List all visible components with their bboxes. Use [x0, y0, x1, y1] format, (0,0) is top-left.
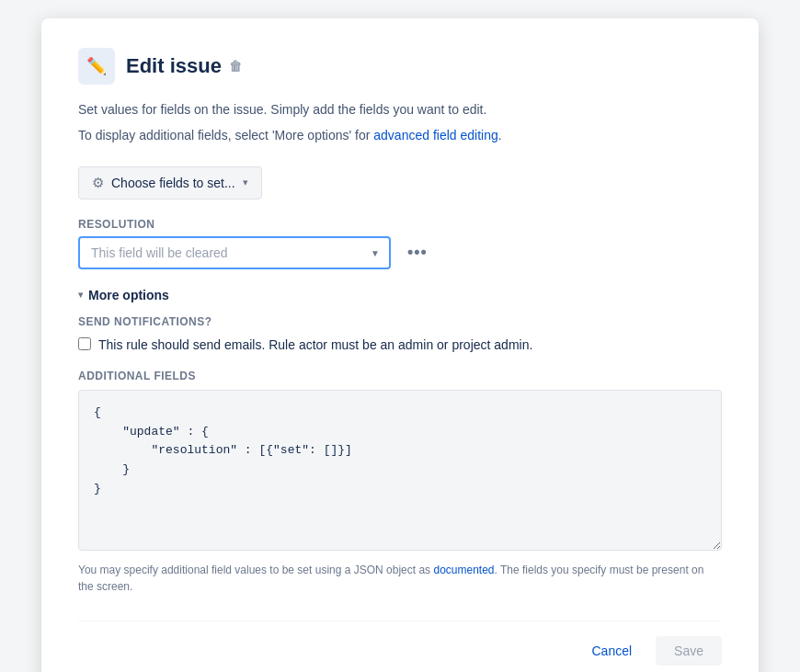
edit-icon: ✏️ [86, 56, 107, 76]
more-options-label: More options [88, 288, 169, 302]
save-button[interactable]: Save [656, 636, 722, 666]
choose-fields-button[interactable]: ⚙ Choose fields to set... ▾ [78, 166, 262, 199]
documented-link[interactable]: documented [433, 564, 494, 576]
edit-issue-modal: ✏️ Edit issue 🗑 Set values for fields on… [41, 18, 759, 672]
modal-title: Edit issue 🗑 [126, 54, 242, 78]
cancel-button[interactable]: Cancel [577, 636, 646, 666]
resolution-label: Resolution [78, 218, 722, 231]
modal-footer: Cancel Save [78, 621, 722, 666]
resolution-dropdown[interactable]: This field will be cleared [78, 236, 391, 269]
more-actions-button[interactable]: ••• [400, 239, 435, 266]
gear-icon: ⚙ [92, 175, 104, 191]
description-line1: Set values for fields on the issue. Simp… [78, 99, 722, 120]
more-actions-icon: ••• [407, 243, 428, 261]
send-emails-checkbox[interactable] [78, 337, 91, 350]
send-emails-label[interactable]: This rule should send emails. Rule actor… [98, 336, 532, 355]
modal-icon: ✏️ [78, 48, 115, 85]
resolution-select-wrapper: This field will be cleared [78, 236, 391, 269]
json-editor[interactable]: { "update" : { "resolution" : [{"set": [… [78, 390, 722, 551]
chevron-down-icon: ▾ [243, 177, 248, 188]
more-options-toggle[interactable]: ▾ More options [78, 288, 722, 302]
chevron-down-icon: ▾ [78, 290, 83, 300]
json-hint: You may specify additional field values … [78, 562, 722, 595]
additional-fields-label: Additional fields [78, 370, 722, 382]
resolution-row: This field will be cleared ••• [78, 236, 722, 269]
choose-fields-label: Choose fields to set... [111, 176, 235, 190]
resolution-field: Resolution This field will be cleared ••… [78, 218, 722, 269]
send-notifications-label: Send notifications? [78, 315, 722, 328]
modal-header: ✏️ Edit issue 🗑 [78, 48, 722, 85]
description-line2: To display additional fields, select 'Mo… [78, 125, 722, 145]
send-notifications-row: This rule should send emails. Rule actor… [78, 336, 722, 355]
trash-icon[interactable]: 🗑 [229, 59, 242, 74]
advanced-field-editing-link[interactable]: advanced field editing [373, 128, 497, 142]
title-text: Edit issue [126, 54, 222, 78]
more-options-section: ▾ More options Send notifications? This … [78, 288, 722, 595]
